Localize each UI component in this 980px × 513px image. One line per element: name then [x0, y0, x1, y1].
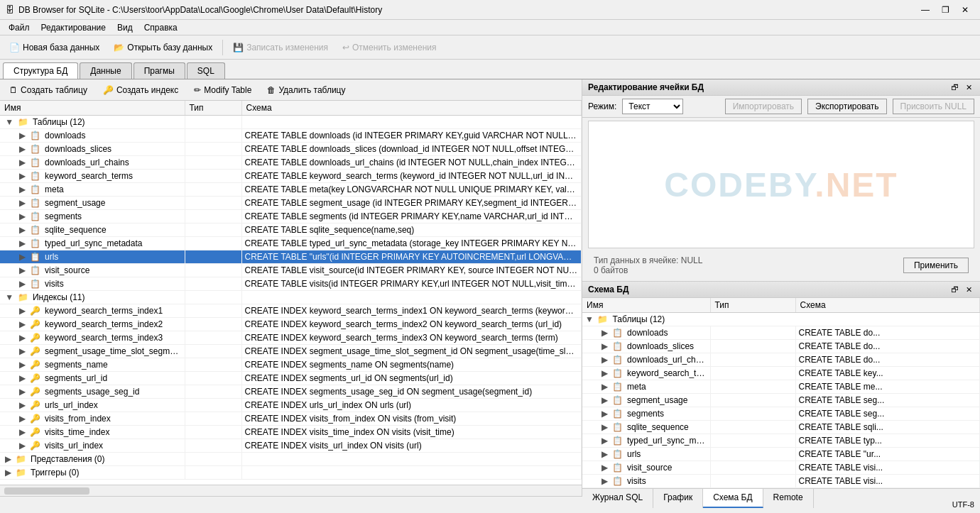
table-expand-icon[interactable]: ▶	[19, 265, 26, 275]
table-expand-icon[interactable]: ▶	[19, 279, 26, 289]
schema-tables-group[interactable]: ▼ 📁 Таблицы (12)	[582, 313, 980, 326]
bottom-tab-schema[interactable]: Схема БД	[703, 489, 763, 508]
modify-table-button[interactable]: ✏ Modify Table	[187, 83, 258, 97]
table-expand-icon[interactable]: ▶	[19, 131, 26, 140]
index-row[interactable]: ▶ 🔑 segments_url_id CREATE INDEX segment…	[0, 372, 582, 385]
table-row[interactable]: ▶ 📋 downloads CREATE TABLE downloads (id…	[0, 129, 582, 143]
index-row[interactable]: ▶ 🔑 keyword_search_terms_index3 CREATE I…	[0, 331, 582, 345]
views-expand-icon[interactable]: ▶	[5, 454, 11, 464]
schema-table-row[interactable]: ▶ 📋 keyword_search_terms CREATE TABLE ke…	[582, 367, 980, 380]
index-expand-icon[interactable]: ▶	[19, 373, 26, 383]
table-row[interactable]: ▶ 📋 visits CREATE TABLE visits(id INTEGE…	[0, 277, 582, 291]
index-expand-icon[interactable]: ▶	[19, 306, 26, 316]
index-row[interactable]: ▶ 🔑 visits_url_index CREATE INDEX visits…	[0, 439, 582, 453]
schema-table-row[interactable]: ▶ 📋 segments CREATE TABLE seg...	[582, 407, 980, 421]
create-index-button[interactable]: 🔑 Создать индекс	[97, 83, 185, 97]
index-row[interactable]: ▶ 🔑 segments_usage_seg_id CREATE INDEX s…	[0, 385, 582, 399]
table-expand-icon[interactable]: ▶	[19, 158, 26, 167]
index-row[interactable]: ▶ 🔑 urls_url_index CREATE INDEX urls_url…	[0, 399, 582, 412]
table-expand-icon[interactable]: ▶	[19, 171, 26, 181]
index-row[interactable]: ▶ 🔑 segments_name CREATE INDEX segments_…	[0, 358, 582, 372]
schema-table-row[interactable]: ▶ 📋 visits CREATE TABLE visi...	[582, 475, 980, 488]
schema-table-row[interactable]: ▶ 📋 downloads_url_chains CREATE TABLE do…	[582, 353, 980, 367]
index-row[interactable]: ▶ 🔑 keyword_search_terms_index1 CREATE I…	[0, 304, 582, 318]
table-expand-icon[interactable]: ▶	[19, 252, 26, 262]
schema-table-row[interactable]: ▶ 📋 meta CREATE TABLE me...	[582, 380, 980, 394]
index-expand-icon[interactable]: ▶	[19, 387, 26, 397]
schema-table-area[interactable]: Имя Тип Схема ▼ 📁 Таблицы (12) ▶ 📋 downl…	[582, 298, 980, 488]
index-expand-icon[interactable]: ▶	[19, 319, 26, 329]
menu-help[interactable]: Справка	[138, 21, 183, 34]
tab-db-structure[interactable]: Структура БД	[3, 62, 78, 79]
write-changes-button[interactable]: 💾 Записать изменения	[227, 40, 334, 55]
table-expand-icon[interactable]: ▶	[19, 211, 26, 221]
table-row[interactable]: ▶ 📋 urls CREATE TABLE "urls"(id INTEGER …	[0, 250, 582, 264]
table-row[interactable]: ▶ 📋 downloads_slices CREATE TABLE downlo…	[0, 143, 582, 156]
create-table-button[interactable]: 🗒 Создать таблицу	[3, 83, 94, 97]
bottom-tab-remote[interactable]: Remote	[763, 489, 814, 508]
bottom-tab-sql-log[interactable]: Журнал SQL	[582, 489, 653, 508]
menu-file[interactable]: Файл	[3, 21, 36, 34]
delete-table-button[interactable]: 🗑 Удалить таблицу	[261, 83, 352, 97]
menu-view[interactable]: Вид	[111, 21, 138, 34]
table-row[interactable]: ▶ 📋 downloads_url_chains CREATE TABLE do…	[0, 156, 582, 170]
index-expand-icon[interactable]: ▶	[19, 333, 26, 343]
table-expand-icon[interactable]: ▶	[19, 225, 26, 235]
index-row[interactable]: ▶ 🔑 visits_from_index CREATE INDEX visit…	[0, 412, 582, 426]
table-expand-icon[interactable]: ▶	[19, 238, 26, 248]
index-expand-icon[interactable]: ▶	[19, 414, 26, 424]
minimize-button[interactable]: —	[916, 3, 935, 17]
triggers-expand-icon[interactable]: ▶	[5, 468, 11, 478]
cell-editor-close-button[interactable]: ✕	[963, 82, 974, 93]
export-button[interactable]: Экспортировать	[807, 99, 887, 114]
index-expand-icon[interactable]: ▶	[19, 441, 26, 451]
tree-table[interactable]: Имя Тип Схема ▼ 📁 Таблицы (12) ▶ 📋 downl…	[0, 101, 582, 485]
revert-changes-button[interactable]: ↩ Отменить изменения	[336, 40, 442, 55]
table-expand-icon[interactable]: ▶	[19, 198, 26, 208]
apply-button[interactable]: Применить	[903, 258, 969, 273]
triggers-group-row[interactable]: ▶ 📁 Триггеры (0)	[0, 466, 185, 480]
index-expand-icon[interactable]: ▶	[19, 346, 26, 356]
views-group-row[interactable]: ▶ 📁 Представления (0)	[0, 453, 185, 466]
tab-data[interactable]: Данные	[80, 62, 131, 79]
horizontal-scrollbar[interactable]	[0, 485, 582, 496]
schema-table-row[interactable]: ▶ 📋 typed_url_sync_metadata CREATE TABLE…	[582, 434, 980, 448]
index-row[interactable]: ▶ 🔑 visits_time_index CREATE INDEX visit…	[0, 426, 582, 439]
index-expand-icon[interactable]: ▶	[19, 427, 26, 437]
table-row[interactable]: ▶ 📋 sqlite_sequence CREATE TABLE sqlite_…	[0, 224, 582, 237]
table-expand-icon[interactable]: ▶	[19, 144, 26, 154]
table-row[interactable]: ▶ 📋 keyword_search_terms CREATE TABLE ke…	[0, 170, 582, 183]
maximize-button[interactable]: ❐	[936, 3, 954, 17]
schema-table-row[interactable]: ▶ 📋 downloads CREATE TABLE do...	[582, 326, 980, 340]
open-database-button[interactable]: 📂 Открыть базу данных	[107, 40, 219, 55]
assign-null-button[interactable]: Присвоить NULL	[893, 99, 974, 114]
bottom-tab-graph[interactable]: График	[653, 489, 703, 508]
table-row[interactable]: ▶ 📋 typed_url_sync_metadata CREATE TABLE…	[0, 237, 582, 250]
table-row[interactable]: ▶ 📋 visit_source CREATE TABLE visit_sour…	[0, 264, 582, 277]
tables-group-row[interactable]: ▼ 📁 Таблицы (12)	[0, 116, 185, 129]
close-button[interactable]: ✕	[956, 3, 974, 17]
tab-pragmas[interactable]: Прагмы	[134, 62, 185, 79]
index-expand-icon[interactable]: ▶	[19, 400, 26, 410]
import-button[interactable]: Импортировать	[725, 99, 802, 114]
schema-table-row[interactable]: ▶ 📋 urls CREATE TABLE "ur...	[582, 448, 980, 461]
cell-editor-float-button[interactable]: 🗗	[949, 82, 960, 93]
schema-table-row[interactable]: ▶ 📋 downloads_slices CREATE TABLE do...	[582, 340, 980, 353]
index-row[interactable]: ▶ 🔑 keyword_search_terms_index2 CREATE I…	[0, 318, 582, 331]
schema-table-row[interactable]: ▶ 📋 sqlite_sequence CREATE TABLE sqli...	[582, 421, 980, 434]
schema-table-row[interactable]: ▶ 📋 visit_source CREATE TABLE visi...	[582, 461, 980, 475]
table-row[interactable]: ▶ 📋 meta CREATE TABLE meta(key LONGVARCH…	[0, 183, 582, 197]
tab-sql[interactable]: SQL	[187, 62, 225, 79]
menu-edit[interactable]: Редактирование	[36, 21, 111, 34]
indexes-group-row[interactable]: ▼ 📁 Индексы (11)	[0, 291, 185, 304]
mode-select[interactable]: ТекстДвоичныйНулевой	[622, 99, 683, 114]
table-row[interactable]: ▶ 📋 segments CREATE TABLE segments (id I…	[0, 210, 582, 224]
table-expand-icon[interactable]: ▶	[19, 184, 26, 194]
index-expand-icon[interactable]: ▶	[19, 360, 26, 370]
db-schema-float-button[interactable]: 🗗	[949, 284, 960, 295]
index-row[interactable]: ▶ 🔑 segment_usage_time_slot_segment_id C…	[0, 345, 582, 358]
tables-expand-icon[interactable]: ▼	[5, 117, 13, 127]
db-schema-close-button[interactable]: ✕	[963, 284, 974, 295]
table-row[interactable]: ▶ 📋 segment_usage CREATE TABLE segment_u…	[0, 197, 582, 210]
new-database-button[interactable]: 📄 Новая база данных	[3, 40, 106, 55]
